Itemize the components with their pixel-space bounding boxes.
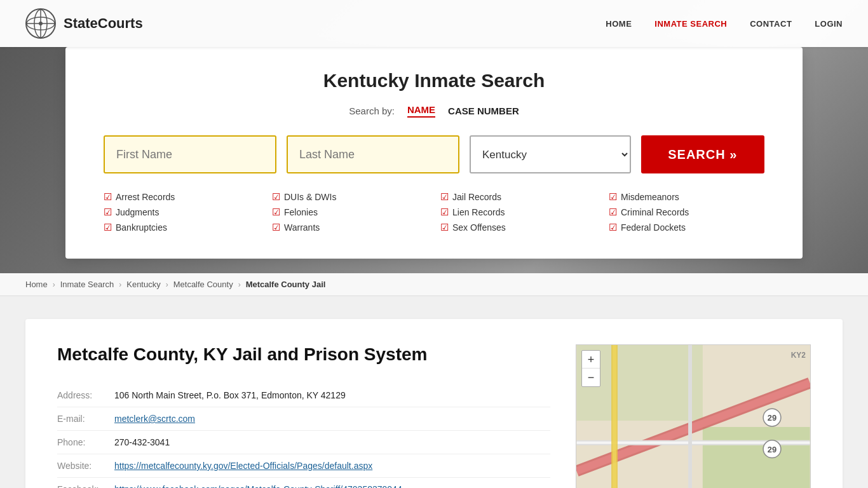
checklist-item-jail: ☑ Jail Records	[440, 191, 596, 203]
nav-contact[interactable]: CONTACT	[750, 19, 792, 29]
facebook-value: https://www.facebook.com/pages/Metcalfe-…	[114, 478, 550, 489]
facebook-label: Facebook:	[57, 478, 114, 489]
logo-text: StateCourts	[64, 15, 143, 32]
map-controls: + −	[581, 350, 600, 387]
check-icon-jail: ☑	[440, 191, 449, 203]
check-label-bankruptcies: Bankruptcies	[116, 222, 167, 233]
info-row-facebook: Facebook: https://www.facebook.com/pages…	[57, 478, 550, 489]
map-container[interactable]: 29 29 KY2 + −	[576, 344, 811, 488]
check-icon-sex: ☑	[440, 222, 449, 233]
check-label-arrest: Arrest Records	[116, 192, 175, 202]
facebook-link[interactable]: https://www.facebook.com/pages/Metcalfe-…	[114, 484, 402, 488]
phone-value: 270-432-3041	[114, 431, 550, 454]
check-label-criminal: Criminal Records	[621, 207, 689, 217]
map-zoom-out[interactable]: −	[582, 369, 600, 386]
breadcrumb-home[interactable]: Home	[25, 280, 48, 289]
checklist-item-federal: ☑ Federal Dockets	[609, 222, 764, 233]
check-icon-federal: ☑	[609, 222, 617, 233]
check-icon-duis: ☑	[272, 191, 280, 203]
checklist-item-misdemeanors: ☑ Misdemeanors	[609, 191, 764, 203]
map-svg: 29 29 KY2	[576, 345, 810, 488]
info-row-website: Website: https://metcalfecounty.ky.gov/E…	[57, 454, 550, 478]
address-value: 106 North Main Street, P.o. Box 371, Edm…	[114, 384, 550, 407]
logo-area[interactable]: StateCourts	[25, 8, 143, 39]
checklist-item-criminal: ☑ Criminal Records	[609, 207, 764, 218]
breadcrumb-current: Metcalfe County Jail	[246, 280, 326, 289]
breadcrumb-sep-1: ›	[53, 280, 55, 289]
address-label: Address:	[57, 384, 114, 407]
email-value: metclerk@scrtc.com	[114, 407, 550, 431]
check-label-misdemeanors: Misdemeanors	[621, 192, 679, 202]
check-icon-judgments: ☑	[104, 207, 112, 218]
phone-label: Phone:	[57, 431, 114, 454]
checklist-item-judgments: ☑ Judgments	[104, 207, 259, 218]
checklist-item-warrants: ☑ Warrants	[272, 222, 428, 233]
breadcrumb-inmate-search[interactable]: Inmate Search	[60, 280, 114, 289]
search-card: Kentucky Inmate Search Search by: NAME C…	[65, 47, 803, 259]
website-label: Website:	[57, 454, 114, 478]
breadcrumb-sep-3: ›	[166, 280, 168, 289]
check-icon-misdemeanors: ☑	[609, 191, 617, 203]
check-icon-felonies: ☑	[272, 207, 280, 218]
nav-inmate-search[interactable]: INMATE SEARCH	[654, 19, 727, 29]
checklist-item-felonies: ☑ Felonies	[272, 207, 428, 218]
email-label: E-mail:	[57, 407, 114, 431]
breadcrumb: Home › Inmate Search › Kentucky › Metcal…	[0, 273, 868, 296]
check-label-jail: Jail Records	[452, 192, 501, 202]
facility-title: Metcalfe County, KY Jail and Prison Syst…	[57, 344, 550, 365]
content-card: Metcalfe County, KY Jail and Prison Syst…	[25, 319, 843, 488]
info-row-address: Address: 106 North Main Street, P.o. Box…	[57, 384, 550, 407]
nav-login[interactable]: LOGIN	[815, 19, 843, 29]
content-left: Metcalfe County, KY Jail and Prison Syst…	[57, 344, 550, 488]
search-by-label: Search by:	[349, 105, 395, 116]
website-link[interactable]: https://metcalfecounty.ky.gov/Elected-Of…	[114, 461, 372, 471]
content-area: Metcalfe County, KY Jail and Prison Syst…	[0, 300, 868, 488]
svg-text:KY2: KY2	[791, 351, 806, 360]
logo-icon	[25, 8, 56, 39]
tab-case-number[interactable]: CASE NUMBER	[448, 105, 519, 116]
tab-name[interactable]: NAME	[407, 104, 435, 118]
check-label-federal: Federal Dockets	[621, 222, 686, 233]
check-icon-warrants: ☑	[272, 222, 280, 233]
website-value: https://metcalfecounty.ky.gov/Elected-Of…	[114, 454, 550, 478]
content-right: 29 29 KY2 + −	[576, 344, 811, 488]
info-row-email: E-mail: metclerk@scrtc.com	[57, 407, 550, 431]
checklist-item-arrest: ☑ Arrest Records	[104, 191, 259, 203]
check-icon-bankruptcies: ☑	[104, 222, 112, 233]
nav-home[interactable]: HOME	[606, 19, 632, 29]
nav-bar: HOME INMATE SEARCH CONTACT LOGIN	[606, 19, 843, 29]
breadcrumb-kentucky[interactable]: Kentucky	[126, 280, 160, 289]
search-inputs: Kentucky Alabama Alaska Arizona Arkansas…	[104, 135, 764, 173]
check-icon-criminal: ☑	[609, 207, 617, 218]
breadcrumb-sep-2: ›	[119, 280, 121, 289]
checklist-item-duis: ☑ DUIs & DWIs	[272, 191, 428, 203]
checklist: ☑ Arrest Records ☑ DUIs & DWIs ☑ Jail Re…	[104, 191, 764, 233]
svg-rect-8	[703, 427, 810, 488]
checklist-item-bankruptcies: ☑ Bankruptcies	[104, 222, 259, 233]
map-zoom-in[interactable]: +	[582, 351, 600, 369]
breadcrumb-metcalfe-county[interactable]: Metcalfe County	[173, 280, 233, 289]
card-title: Kentucky Inmate Search	[104, 70, 764, 92]
check-icon-arrest: ☑	[104, 191, 112, 203]
breadcrumb-sep-4: ›	[238, 280, 241, 289]
first-name-input[interactable]	[104, 135, 276, 173]
check-label-judgments: Judgments	[116, 207, 159, 217]
check-icon-lien: ☑	[440, 207, 449, 218]
last-name-input[interactable]	[287, 135, 459, 173]
svg-text:29: 29	[768, 445, 776, 454]
info-table: Address: 106 North Main Street, P.o. Box…	[57, 384, 550, 488]
check-label-lien: Lien Records	[452, 207, 505, 217]
header: StateCourts HOME INMATE SEARCH CONTACT L…	[0, 0, 868, 47]
checklist-item-sex: ☑ Sex Offenses	[440, 222, 596, 233]
check-label-felonies: Felonies	[284, 207, 318, 217]
email-link[interactable]: metclerk@scrtc.com	[114, 414, 195, 424]
svg-text:29: 29	[768, 413, 776, 423]
check-label-duis: DUIs & DWIs	[284, 192, 336, 202]
checklist-item-lien: ☑ Lien Records	[440, 207, 596, 218]
info-row-phone: Phone: 270-432-3041	[57, 431, 550, 454]
check-label-sex: Sex Offenses	[452, 222, 506, 233]
search-by-row: Search by: NAME CASE NUMBER	[104, 104, 764, 118]
state-select[interactable]: Kentucky Alabama Alaska Arizona Arkansas…	[470, 135, 631, 173]
search-button[interactable]: SEARCH »	[641, 135, 764, 173]
check-label-warrants: Warrants	[284, 222, 320, 233]
